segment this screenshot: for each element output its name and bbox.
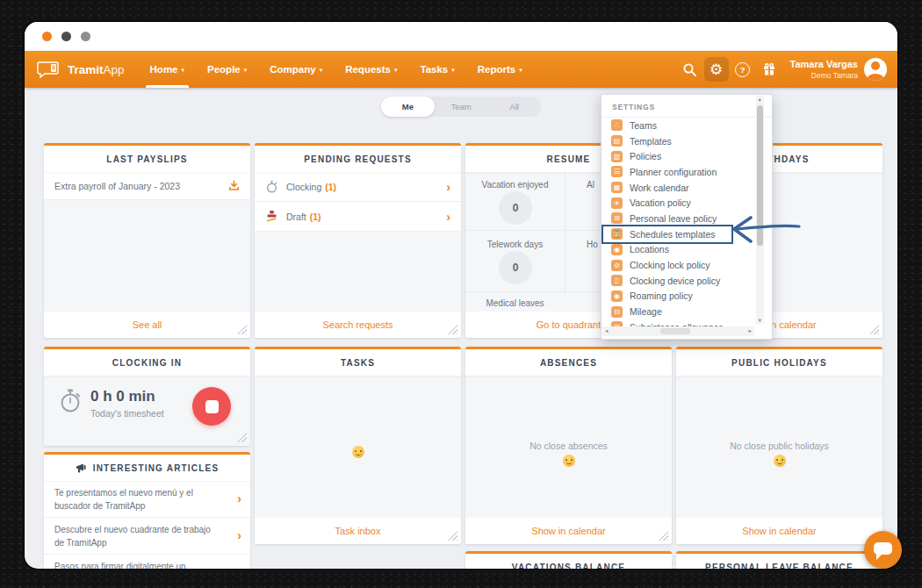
top-navbar: TramitApp Home▾People▾Company▾Requests▾T… — [25, 51, 897, 88]
card-title: LAST PAYSLIPS — [44, 146, 250, 172]
stop-clocking-button[interactable] — [192, 387, 231, 426]
toggle-me[interactable]: Me — [381, 97, 435, 117]
resume-label-right2: Ho — [587, 240, 598, 249]
settings-item-icon: ✈ — [611, 197, 623, 209]
settings-item-clocking-device-policy[interactable]: ▯Clocking device policy — [603, 273, 731, 289]
user-menu[interactable]: Tamara Vargas Demo Tamara — [790, 59, 858, 79]
settings-item-icon: ◉ — [611, 290, 623, 302]
settings-item-planner-configuration[interactable]: ☰Planner configuration — [603, 164, 731, 180]
nav-item-home[interactable]: Home▾ — [139, 51, 196, 88]
settings-item-icon: ▦ — [611, 182, 623, 193]
user-subtitle: Demo Tamara — [790, 71, 858, 80]
clocked-time: 0 h 0 min — [90, 388, 164, 405]
relieved-face-emoji — [352, 446, 364, 458]
settings-item-icon: ∴ — [611, 119, 623, 131]
gear-icon: ⚙ — [710, 62, 723, 77]
whats-new-button[interactable] — [757, 57, 782, 82]
settings-item-vacation-policy[interactable]: ✈Vacation policy — [603, 195, 731, 211]
window-control-close[interactable] — [42, 32, 52, 41]
card-title: ABSENCES — [465, 349, 672, 376]
gift-icon — [762, 62, 776, 76]
window-control-minimize[interactable] — [61, 32, 71, 41]
settings-item-icon: ☰ — [611, 166, 623, 177]
download-icon[interactable] — [228, 180, 240, 191]
see-all-link[interactable]: See all — [44, 312, 250, 338]
settings-item-policies[interactable]: ▥Policies — [603, 148, 731, 164]
card-public-holidays: PUBLIC HOLIDAYS No close public holidays… — [676, 347, 882, 544]
settings-item-teams[interactable]: ∴Teams — [603, 118, 731, 133]
settings-button[interactable]: ⚙ — [704, 57, 729, 82]
megaphone-icon — [76, 463, 88, 474]
settings-item-icon: ▥ — [611, 151, 623, 162]
window-control-maximize[interactable] — [81, 32, 90, 41]
pending-row-draft[interactable]: Draft (1) › — [255, 202, 461, 232]
nav-item-people[interactable]: People▾ — [196, 51, 258, 88]
stopwatch-icon — [58, 388, 83, 414]
card-title: PUBLIC HOLIDAYS — [676, 349, 882, 376]
show-in-calendar-link[interactable]: Show in calendar — [465, 518, 672, 544]
settings-item-mileage[interactable]: ⊟Mileage — [603, 304, 731, 319]
navbar-actions: ⚙ Tamara Vargas Demo Tamara — [676, 57, 887, 82]
payslip-row[interactable]: Extra payroll of January - 2023 — [44, 172, 250, 200]
chevron-right-icon: › — [446, 210, 450, 224]
dropdown-vertical-scrollbar[interactable] — [756, 96, 764, 324]
pending-row-clocking[interactable]: Clocking (1) › — [255, 172, 461, 202]
clocked-subtitle: Today's timesheet — [90, 408, 164, 419]
resume-value-telework: 0 — [499, 251, 532, 284]
settings-item-icon: ⌛ — [611, 228, 623, 240]
dropdown-horizontal-scrollbar[interactable] — [602, 326, 754, 336]
nav-item-company[interactable]: Company▾ — [258, 51, 334, 88]
settings-item-icon: ▯ — [611, 275, 623, 286]
card-last-payslips: LAST PAYSLIPS Extra payroll of January -… — [44, 143, 250, 338]
settings-item-work-calendar[interactable]: ▦Work calendar — [603, 180, 731, 196]
resume-label-telework: Telework days — [465, 240, 565, 249]
task-inbox-link[interactable]: Task inbox — [255, 518, 461, 544]
card-clocking-in: CLOCKING IN 0 h 0 min Today's timesheet — [44, 347, 250, 446]
card-pending-requests: PENDING REQUESTS Clocking (1) › Draft (1… — [255, 143, 461, 338]
settings-dropdown: SETTINGS ∴Teams▤Templates▥Policies☰Plann… — [601, 94, 773, 340]
card-interesting-articles: INTERESTING ARTICLES Te presentamos el n… — [44, 452, 250, 569]
relieved-face-emoji — [563, 455, 575, 467]
avatar[interactable] — [864, 58, 887, 81]
card-personal-leave-balance: PERSONAL LEAVE BALANCE — [676, 551, 882, 569]
chevron-down-icon: ▾ — [451, 67, 455, 74]
settings-item-icon: ◉ — [611, 244, 623, 255]
card-absences: ABSENCES No close absences Show in calen… — [465, 347, 672, 544]
chevron-right-icon: › — [237, 527, 241, 545]
search-button[interactable] — [678, 57, 702, 82]
help-button[interactable] — [731, 57, 755, 82]
chevron-right-icon: › — [446, 180, 450, 194]
settings-item-templates[interactable]: ▤Templates — [603, 133, 731, 149]
absences-empty-text: No close absences — [465, 441, 672, 451]
relieved-face-emoji — [774, 455, 786, 467]
chevron-down-icon: ▾ — [394, 67, 398, 74]
settings-item-clocking-lock-policy[interactable]: ⊘Clocking lock policy — [603, 257, 731, 273]
speech-bubble-logo-icon — [37, 59, 63, 80]
brand-text-light: App — [104, 63, 125, 76]
chevron-right-icon: › — [237, 563, 241, 569]
resume-label-right1: Al — [587, 180, 594, 190]
settings-item-schedules-templates[interactable]: ⌛Schedules templates — [603, 226, 731, 242]
article-row[interactable]: Descubre el nuevo cuadrante de trabajo d… — [44, 518, 250, 555]
nav-item-tasks[interactable]: Tasks▾ — [408, 51, 465, 88]
scrollbar-thumb[interactable] — [757, 105, 763, 246]
toggle-all[interactable]: All — [487, 97, 541, 117]
resume-value-vacation: 0 — [499, 191, 532, 225]
draft-stamp-icon — [265, 210, 278, 223]
show-in-calendar-link[interactable]: Show in calendar — [676, 518, 882, 544]
chevron-down-icon: ▾ — [320, 67, 323, 74]
nav-item-reports[interactable]: Reports▾ — [466, 51, 534, 88]
chat-widget-button[interactable] — [864, 531, 902, 569]
settings-item-locations[interactable]: ◉Locations — [603, 242, 731, 258]
settings-item-roaming-policy[interactable]: ◉Roaming policy — [603, 289, 731, 305]
settings-item-personal-leave-policy[interactable]: ⊞Personal leave policy — [603, 211, 731, 226]
scrollbar-thumb[interactable] — [660, 328, 690, 334]
toggle-team[interactable]: Team — [435, 97, 488, 117]
article-row[interactable]: Pasos para firmar digitalmente un docume… — [44, 555, 250, 569]
article-row[interactable]: Te presentamos el nuevo menú y el buscad… — [44, 481, 250, 518]
search-requests-link[interactable]: Search requests — [255, 312, 461, 338]
card-title: PENDING REQUESTS — [255, 146, 461, 172]
tramitapp-logo[interactable]: TramitApp — [37, 59, 125, 80]
nav-item-requests[interactable]: Requests▾ — [334, 51, 408, 88]
search-icon — [682, 62, 697, 77]
